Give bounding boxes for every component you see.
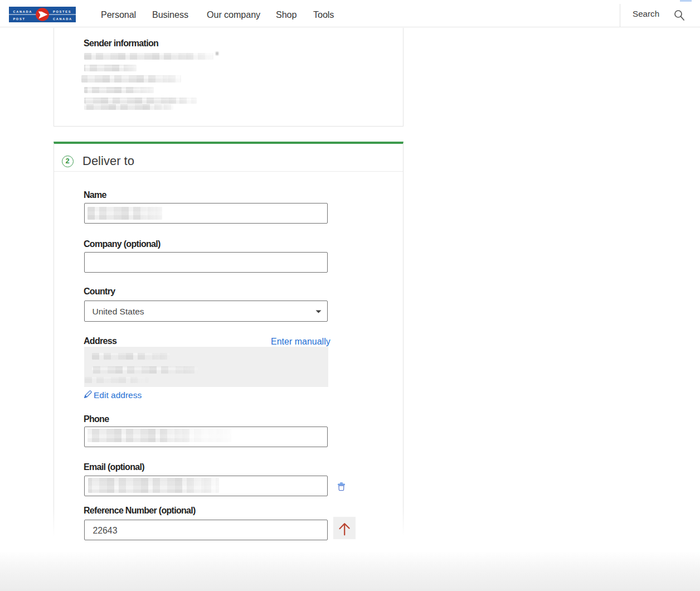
svg-text:CANADA: CANADA (53, 17, 72, 21)
svg-text:POSTES: POSTES (53, 10, 71, 13)
svg-text:POST: POST (13, 17, 25, 21)
svg-text:CANADA: CANADA (13, 10, 32, 13)
